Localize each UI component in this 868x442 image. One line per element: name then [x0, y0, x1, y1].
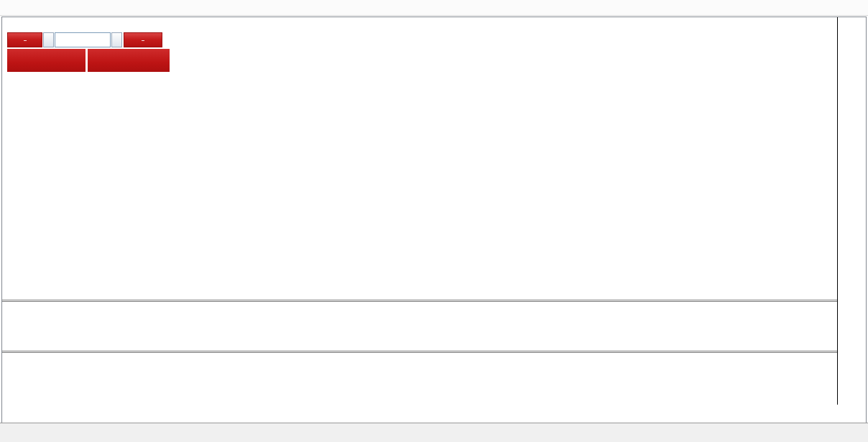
- trading-app: [0, 0, 868, 442]
- buy-button-label: [142, 40, 144, 41]
- panel-separator-macd[interactable]: [2, 300, 864, 302]
- volume-decrease-button[interactable]: [43, 32, 54, 47]
- panel-separator-rsi[interactable]: [2, 351, 864, 353]
- date-axis: [2, 405, 864, 421]
- volume-input[interactable]: [55, 32, 111, 47]
- one-click-trade-panel: [7, 32, 170, 72]
- chart-window: [1, 17, 867, 423]
- volume-increase-button[interactable]: [111, 32, 122, 47]
- chart-title: [7, 20, 10, 29]
- buy-button[interactable]: [124, 32, 162, 47]
- sell-button-label: [24, 40, 27, 41]
- sell-price-panel[interactable]: [7, 49, 86, 72]
- rsi-indicator-chart[interactable]: [2, 353, 837, 405]
- price-axis: [838, 17, 864, 405]
- symbol-tab-bar: [0, 423, 868, 442]
- buy-price-panel[interactable]: [88, 49, 170, 72]
- sell-button[interactable]: [7, 32, 42, 47]
- macd-indicator-chart[interactable]: [2, 302, 837, 351]
- timeframe-toolbar: [0, 0, 868, 16]
